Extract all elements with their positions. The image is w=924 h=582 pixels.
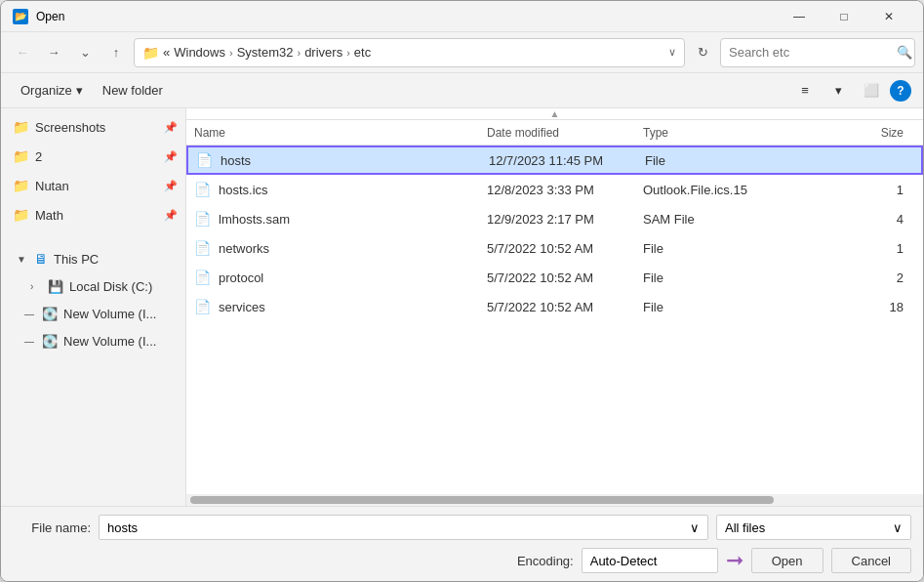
address-bar[interactable]: 📁 « Windows › System32 › drivers › etc ∨: [134, 38, 685, 67]
col-size[interactable]: Size: [799, 126, 915, 140]
filename-label: File name:: [13, 520, 91, 535]
file-row-networks[interactable]: 📄 networks 5/7/2022 10:52 AM File 1: [186, 233, 923, 263]
collapse-button[interactable]: ▲: [186, 108, 923, 120]
arrow-indicator: ➞: [726, 548, 743, 573]
sidebar-label-2: 2: [35, 149, 158, 164]
file-row-hostsics[interactable]: 📄 hosts.ics 12/8/2023 3:33 PM Outlook.Fi…: [186, 175, 923, 204]
sidebar-label-this-pc: This PC: [54, 252, 178, 267]
file-type-services: File: [643, 300, 799, 314]
view-pane-button[interactable]: ⬜: [857, 77, 886, 104]
encoding-value: Auto-Detect: [590, 554, 658, 568]
horizontal-scrollbar[interactable]: [186, 494, 923, 506]
expand-icon-pc: ▼: [17, 254, 28, 265]
file-icon-hostsics: 📄: [194, 182, 211, 197]
sidebar-item-2[interactable]: 📁 2 📌: [1, 142, 185, 171]
sep2: ›: [297, 47, 301, 59]
file-type-hostsics: Outlook.File.ics.15: [643, 183, 799, 197]
file-name-protocol: 📄 protocol: [194, 270, 487, 285]
encoding-select[interactable]: Auto-Detect: [582, 548, 718, 573]
pc-icon: 🖥: [34, 251, 48, 267]
file-date-lmhosts: 12/9/2023 2:17 PM: [487, 212, 643, 227]
recent-button[interactable]: ⌄: [71, 39, 99, 66]
cancel-button[interactable]: Cancel: [831, 548, 911, 573]
path-breadcrumb: «: [163, 45, 170, 60]
sidebar-item-nutan[interactable]: 📁 Nutan 📌: [1, 171, 185, 200]
sidebar-label-math: Math: [35, 208, 158, 223]
file-row-lmhosts[interactable]: 📄 lmhosts.sam 12/9/2023 2:17 PM SAM File…: [186, 204, 923, 233]
sidebar-item-math[interactable]: 📁 Math 📌: [1, 200, 185, 229]
refresh-button[interactable]: ↻: [689, 39, 716, 66]
minimize-button[interactable]: —: [777, 1, 822, 32]
organize-button[interactable]: Organize ▾: [13, 77, 91, 104]
view-chevron-button[interactable]: ▾: [824, 77, 853, 104]
col-name[interactable]: Name: [194, 126, 487, 140]
sep3: ›: [346, 47, 350, 59]
sidebar-item-this-pc[interactable]: ▼ 🖥 This PC: [1, 245, 185, 272]
sidebar-item-new-volume-1[interactable]: — 💽 New Volume (I...: [1, 300, 185, 327]
pin-icon-3: 📌: [164, 180, 178, 192]
help-button[interactable]: ?: [890, 80, 911, 102]
search-box[interactable]: 🔍: [720, 38, 915, 67]
up-button[interactable]: ↑: [102, 39, 130, 66]
sidebar-item-new-volume-2[interactable]: — 💽 New Volume (I...: [1, 327, 185, 354]
col-date[interactable]: Date modified: [487, 126, 643, 140]
drive-icon-c: 💾: [48, 279, 63, 294]
main-content: 📁 Screenshots 📌 📁 2 📌 📁 Nutan 📌 📁 Math 📌: [1, 108, 923, 506]
file-name-hosts: 📄 hosts: [196, 152, 489, 168]
sidebar-label-screenshots: Screenshots: [35, 120, 158, 135]
close-button[interactable]: ✕: [866, 1, 911, 32]
filename-chevron: ∨: [690, 520, 700, 535]
back-button[interactable]: ←: [9, 39, 36, 66]
path-etc: etc: [354, 45, 371, 60]
expand-icon-v1: —: [24, 309, 36, 319]
expand-icon-v2: —: [24, 336, 36, 347]
new-folder-button[interactable]: New folder: [95, 77, 171, 104]
folder-icon-2: 📁: [13, 148, 29, 164]
file-row-hosts[interactable]: 📄 hosts 12/7/2023 11:45 PM File: [186, 146, 923, 175]
sidebar-label-new-volume-1: New Volume (I...: [63, 307, 178, 321]
col-type[interactable]: Type: [643, 126, 799, 140]
drive-icon-v1: 💽: [42, 307, 58, 321]
address-area: ← → ⌄ ↑ 📁 « Windows › System32 › drivers…: [1, 32, 923, 73]
organize-label: Organize: [20, 83, 72, 98]
file-type-protocol: File: [643, 270, 799, 285]
expand-icon-c: ›: [30, 281, 42, 292]
pin-icon-2: 📌: [164, 150, 178, 163]
dialog-title: Open: [36, 10, 777, 23]
file-icon-services: 📄: [194, 299, 211, 314]
file-date-services: 5/7/2022 10:52 AM: [487, 300, 643, 314]
filetype-value: All files: [725, 520, 765, 535]
open-dialog: 📂 Open — □ ✕ ← → ⌄ ↑ 📁 « Windows › Syste…: [0, 0, 924, 582]
forward-button[interactable]: →: [40, 39, 67, 66]
file-type-hosts: File: [645, 153, 801, 168]
file-type-networks: File: [643, 241, 799, 256]
title-bar: 📂 Open — □ ✕: [1, 1, 923, 32]
search-input[interactable]: [729, 45, 893, 60]
maximize-button[interactable]: □: [822, 1, 866, 32]
view-list-button[interactable]: ≡: [790, 77, 820, 104]
file-list-scroll: 📄 hosts 12/7/2023 11:45 PM File 📄 hosts.…: [186, 146, 923, 494]
sidebar: 📁 Screenshots 📌 📁 2 📌 📁 Nutan 📌 📁 Math 📌: [1, 108, 186, 506]
filetype-select[interactable]: All files ∨: [716, 515, 911, 540]
sidebar-item-screenshots[interactable]: 📁 Screenshots 📌: [1, 112, 185, 142]
file-row-services[interactable]: 📄 services 5/7/2022 10:52 AM File 18: [186, 292, 923, 321]
sep1: ›: [229, 47, 233, 59]
open-button[interactable]: Open: [751, 548, 824, 573]
file-icon-networks: 📄: [194, 240, 211, 256]
filetype-chevron: ∨: [893, 520, 903, 535]
filename-select[interactable]: hosts ∨: [99, 515, 708, 540]
encoding-label: Encoding:: [517, 554, 574, 568]
path-system32: System32: [237, 45, 294, 60]
file-size-hostsics: 1: [799, 183, 915, 197]
file-icon-protocol: 📄: [194, 270, 211, 285]
sidebar-item-local-disk[interactable]: › 💾 Local Disk (C:): [1, 272, 185, 300]
filename-input-wrap: hosts ∨: [99, 515, 708, 540]
file-row-protocol[interactable]: 📄 protocol 5/7/2022 10:52 AM File 2: [186, 263, 923, 292]
toolbar: Organize ▾ New folder ≡ ▾ ⬜ ?: [1, 73, 923, 108]
filename-row: File name: hosts ∨ All files ∨: [13, 515, 911, 540]
folder-icon: 📁: [13, 119, 29, 135]
address-chevron: ∨: [668, 46, 676, 59]
file-label-hostsics: hosts.ics: [219, 183, 268, 197]
file-type-lmhosts: SAM File: [643, 212, 799, 227]
sidebar-label-local-disk: Local Disk (C:): [69, 279, 178, 294]
